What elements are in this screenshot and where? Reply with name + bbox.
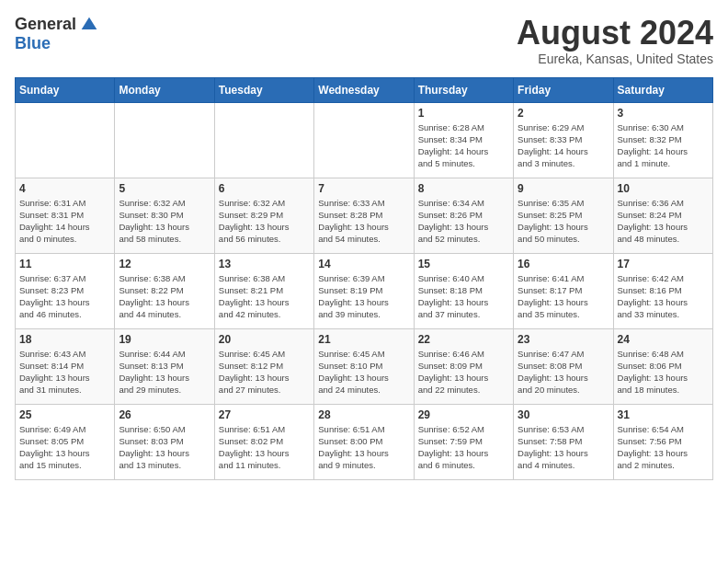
day-detail: Sunrise: 6:42 AMSunset: 8:16 PMDaylight:… bbox=[618, 272, 709, 321]
header-sunday: Sunday bbox=[16, 77, 115, 102]
day-detail: Sunrise: 6:53 AMSunset: 7:58 PMDaylight:… bbox=[518, 423, 609, 472]
week-row-3: 18Sunrise: 6:43 AMSunset: 8:14 PMDayligh… bbox=[16, 328, 713, 404]
day-number: 8 bbox=[418, 182, 509, 195]
day-number: 25 bbox=[19, 408, 110, 421]
day-cell: 26Sunrise: 6:50 AMSunset: 8:03 PMDayligh… bbox=[115, 404, 214, 479]
day-number: 27 bbox=[219, 408, 310, 421]
week-row-2: 11Sunrise: 6:37 AMSunset: 8:23 PMDayligh… bbox=[16, 253, 713, 328]
day-number: 9 bbox=[518, 182, 609, 195]
day-number: 21 bbox=[318, 333, 409, 346]
day-cell: 21Sunrise: 6:45 AMSunset: 8:10 PMDayligh… bbox=[314, 328, 414, 404]
day-cell bbox=[115, 102, 214, 178]
day-cell: 24Sunrise: 6:48 AMSunset: 8:06 PMDayligh… bbox=[613, 328, 712, 404]
day-number: 3 bbox=[618, 107, 709, 120]
calendar-table: SundayMondayTuesdayWednesdayThursdayFrid… bbox=[15, 77, 713, 480]
svg-marker-0 bbox=[82, 17, 97, 29]
day-cell: 15Sunrise: 6:40 AMSunset: 8:18 PMDayligh… bbox=[414, 253, 513, 328]
day-cell: 7Sunrise: 6:33 AMSunset: 8:28 PMDaylight… bbox=[314, 178, 414, 253]
day-detail: Sunrise: 6:34 AMSunset: 8:26 PMDaylight:… bbox=[418, 197, 509, 246]
header-thursday: Thursday bbox=[414, 77, 513, 102]
day-cell: 2Sunrise: 6:29 AMSunset: 8:33 PMDaylight… bbox=[514, 102, 613, 178]
day-number: 20 bbox=[219, 333, 310, 346]
day-number: 2 bbox=[518, 107, 609, 120]
day-number: 28 bbox=[318, 408, 409, 421]
day-cell: 1Sunrise: 6:28 AMSunset: 8:34 PMDaylight… bbox=[414, 102, 513, 178]
month-title: August 2024 bbox=[517, 15, 713, 52]
day-number: 31 bbox=[618, 408, 709, 421]
day-number: 6 bbox=[219, 182, 310, 195]
location: Eureka, Kansas, United States bbox=[517, 52, 713, 66]
day-number: 14 bbox=[318, 258, 409, 270]
header-row: SundayMondayTuesdayWednesdayThursdayFrid… bbox=[16, 77, 713, 102]
day-cell: 30Sunrise: 6:53 AMSunset: 7:58 PMDayligh… bbox=[514, 404, 613, 479]
day-detail: Sunrise: 6:38 AMSunset: 8:22 PMDaylight:… bbox=[119, 272, 210, 321]
day-cell: 8Sunrise: 6:34 AMSunset: 8:26 PMDaylight… bbox=[414, 178, 513, 253]
day-number: 23 bbox=[518, 333, 609, 346]
day-detail: Sunrise: 6:39 AMSunset: 8:19 PMDaylight:… bbox=[318, 272, 409, 321]
day-detail: Sunrise: 6:28 AMSunset: 8:34 PMDaylight:… bbox=[418, 121, 509, 170]
title-block: August 2024 Eureka, Kansas, United State… bbox=[517, 15, 713, 66]
day-cell bbox=[314, 102, 414, 178]
day-cell bbox=[16, 102, 115, 178]
day-cell: 5Sunrise: 6:32 AMSunset: 8:30 PMDaylight… bbox=[115, 178, 214, 253]
day-number: 22 bbox=[418, 333, 509, 346]
day-detail: Sunrise: 6:30 AMSunset: 8:32 PMDaylight:… bbox=[618, 121, 709, 170]
day-number: 1 bbox=[418, 107, 509, 120]
logo-blue-text: Blue bbox=[15, 34, 51, 53]
day-number: 19 bbox=[119, 333, 210, 346]
day-detail: Sunrise: 6:49 AMSunset: 8:05 PMDaylight:… bbox=[19, 423, 110, 472]
day-detail: Sunrise: 6:45 AMSunset: 8:10 PMDaylight:… bbox=[318, 348, 409, 396]
day-cell: 17Sunrise: 6:42 AMSunset: 8:16 PMDayligh… bbox=[613, 253, 712, 328]
day-number: 29 bbox=[418, 408, 509, 421]
day-cell: 3Sunrise: 6:30 AMSunset: 8:32 PMDaylight… bbox=[613, 102, 712, 178]
day-detail: Sunrise: 6:45 AMSunset: 8:12 PMDaylight:… bbox=[219, 348, 310, 396]
logo-general-text: General bbox=[15, 15, 76, 34]
day-cell: 9Sunrise: 6:35 AMSunset: 8:25 PMDaylight… bbox=[514, 178, 613, 253]
day-cell: 11Sunrise: 6:37 AMSunset: 8:23 PMDayligh… bbox=[16, 253, 115, 328]
logo-icon bbox=[80, 16, 98, 34]
day-cell bbox=[214, 102, 313, 178]
day-detail: Sunrise: 6:51 AMSunset: 8:00 PMDaylight:… bbox=[318, 423, 409, 472]
header-friday: Friday bbox=[514, 77, 613, 102]
header-saturday: Saturday bbox=[613, 77, 712, 102]
day-number: 11 bbox=[19, 258, 110, 270]
day-number: 5 bbox=[119, 182, 210, 195]
day-detail: Sunrise: 6:35 AMSunset: 8:25 PMDaylight:… bbox=[518, 197, 609, 246]
week-row-4: 25Sunrise: 6:49 AMSunset: 8:05 PMDayligh… bbox=[16, 404, 713, 479]
day-number: 26 bbox=[119, 408, 210, 421]
day-cell: 13Sunrise: 6:38 AMSunset: 8:21 PMDayligh… bbox=[214, 253, 313, 328]
day-detail: Sunrise: 6:44 AMSunset: 8:13 PMDaylight:… bbox=[119, 348, 210, 396]
day-number: 15 bbox=[418, 258, 509, 270]
day-detail: Sunrise: 6:33 AMSunset: 8:28 PMDaylight:… bbox=[318, 197, 409, 246]
day-number: 4 bbox=[19, 182, 110, 195]
day-cell: 6Sunrise: 6:32 AMSunset: 8:29 PMDaylight… bbox=[214, 178, 313, 253]
day-cell: 10Sunrise: 6:36 AMSunset: 8:24 PMDayligh… bbox=[613, 178, 712, 253]
day-number: 12 bbox=[119, 258, 210, 270]
day-number: 13 bbox=[219, 258, 310, 270]
day-detail: Sunrise: 6:54 AMSunset: 7:56 PMDaylight:… bbox=[618, 423, 709, 472]
header-tuesday: Tuesday bbox=[214, 77, 313, 102]
day-detail: Sunrise: 6:43 AMSunset: 8:14 PMDaylight:… bbox=[19, 348, 110, 396]
day-number: 18 bbox=[19, 333, 110, 346]
day-detail: Sunrise: 6:50 AMSunset: 8:03 PMDaylight:… bbox=[119, 423, 210, 472]
day-detail: Sunrise: 6:32 AMSunset: 8:29 PMDaylight:… bbox=[219, 197, 310, 246]
day-detail: Sunrise: 6:38 AMSunset: 8:21 PMDaylight:… bbox=[219, 272, 310, 321]
day-detail: Sunrise: 6:31 AMSunset: 8:31 PMDaylight:… bbox=[19, 197, 110, 246]
day-cell: 16Sunrise: 6:41 AMSunset: 8:17 PMDayligh… bbox=[514, 253, 613, 328]
day-cell: 25Sunrise: 6:49 AMSunset: 8:05 PMDayligh… bbox=[16, 404, 115, 479]
day-cell: 27Sunrise: 6:51 AMSunset: 8:02 PMDayligh… bbox=[214, 404, 313, 479]
logo: General Blue bbox=[15, 15, 98, 53]
day-cell: 23Sunrise: 6:47 AMSunset: 8:08 PMDayligh… bbox=[514, 328, 613, 404]
day-number: 10 bbox=[618, 182, 709, 195]
day-detail: Sunrise: 6:52 AMSunset: 7:59 PMDaylight:… bbox=[418, 423, 509, 472]
day-detail: Sunrise: 6:36 AMSunset: 8:24 PMDaylight:… bbox=[618, 197, 709, 246]
day-cell: 29Sunrise: 6:52 AMSunset: 7:59 PMDayligh… bbox=[414, 404, 513, 479]
day-cell: 12Sunrise: 6:38 AMSunset: 8:22 PMDayligh… bbox=[115, 253, 214, 328]
day-number: 17 bbox=[618, 258, 709, 270]
week-row-1: 4Sunrise: 6:31 AMSunset: 8:31 PMDaylight… bbox=[16, 178, 713, 253]
day-detail: Sunrise: 6:41 AMSunset: 8:17 PMDaylight:… bbox=[518, 272, 609, 321]
day-cell: 22Sunrise: 6:46 AMSunset: 8:09 PMDayligh… bbox=[414, 328, 513, 404]
header-wednesday: Wednesday bbox=[314, 77, 414, 102]
day-cell: 19Sunrise: 6:44 AMSunset: 8:13 PMDayligh… bbox=[115, 328, 214, 404]
day-cell: 28Sunrise: 6:51 AMSunset: 8:00 PMDayligh… bbox=[314, 404, 414, 479]
